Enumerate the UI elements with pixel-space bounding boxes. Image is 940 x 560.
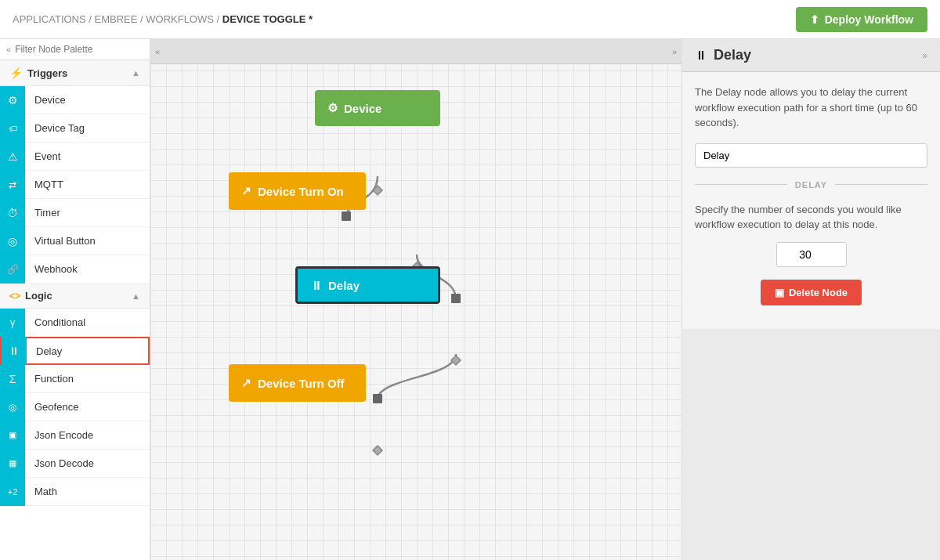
logic-icon: <>: [9, 291, 20, 302]
delay-name-input[interactable]: [695, 143, 927, 168]
json-decode-icon: ▦: [0, 450, 25, 478]
sidebar-item-function[interactable]: Σ Function: [0, 365, 150, 393]
mqtt-icon: ⇄: [0, 171, 25, 199]
filter-node-input[interactable]: [15, 44, 143, 55]
logic-section-header[interactable]: <> Logic ▲: [0, 284, 150, 309]
math-icon: +2: [0, 478, 25, 506]
turn-on-node[interactable]: ↗ Device Turn On: [229, 172, 366, 210]
delay-node[interactable]: ⏸ Delay: [295, 266, 440, 304]
right-panel-collapse-btn[interactable]: »: [922, 50, 927, 61]
triggers-icon: ⚡: [9, 67, 23, 79]
turn-on-icon: ↗: [241, 184, 251, 198]
timer-icon: ⏱: [0, 199, 25, 227]
device-trigger-icon: ⚙: [0, 86, 25, 114]
app-header: APPLICATIONS / EMBREE / WORKFLOWS / DEVI…: [0, 0, 940, 39]
sidebar-item-conditional[interactable]: γ Conditional: [0, 309, 150, 337]
sidebar-filter-bar: «: [0, 39, 150, 60]
sidebar-item-webhook[interactable]: 🔗 Webhook: [0, 255, 150, 284]
sidebar-item-delay[interactable]: ⏸ Delay: [0, 337, 150, 365]
canvas-toolbar: « »: [150, 39, 682, 64]
turn-off-icon: ↗: [241, 376, 251, 390]
device-node[interactable]: ⚙ Device: [315, 90, 440, 126]
device-node-icon: ⚙: [327, 101, 338, 115]
logic-label: Logic: [25, 290, 52, 302]
sidebar-item-event[interactable]: ⚠ Event: [0, 143, 150, 171]
delay-divider: DELAY: [695, 180, 927, 190]
conditional-icon: γ: [0, 309, 25, 337]
upload-icon: ⬆: [810, 13, 819, 26]
right-panel-bottom-area: [682, 329, 940, 561]
sidebar-item-device[interactable]: ⚙ Device: [0, 86, 150, 114]
triggers-chevron-icon: ▲: [132, 68, 140, 78]
sidebar-item-mqtt[interactable]: ⇄ MQTT: [0, 171, 150, 199]
sidebar: « ⚡ Triggers ▲ ⚙ Device 🏷 Device Tag ⚠ E…: [0, 39, 150, 560]
right-panel-title: Delay: [714, 47, 751, 63]
sidebar-item-timer[interactable]: ⏱ Timer: [0, 199, 150, 227]
json-encode-icon: ▣: [0, 421, 25, 450]
device-tag-icon: 🏷: [0, 114, 25, 143]
sidebar-collapse-left[interactable]: «: [6, 45, 11, 54]
deploy-workflow-button[interactable]: ⬆ Deploy Workflow: [796, 7, 927, 32]
canvas-left-collapse[interactable]: «: [155, 47, 160, 56]
delay-seconds-input[interactable]: [776, 242, 847, 267]
sidebar-item-device-tag[interactable]: 🏷 Device Tag: [0, 114, 150, 143]
right-panel-pause-icon: ⏸: [695, 49, 707, 63]
sidebar-item-math[interactable]: +2 Math: [0, 478, 150, 506]
workflow-canvas[interactable]: « » ⚙: [150, 39, 682, 560]
delete-node-button[interactable]: ▣ Delete Node: [761, 280, 862, 305]
function-icon: Σ: [0, 365, 25, 393]
triggers-label: Triggers: [27, 67, 67, 79]
event-icon: ⚠: [0, 143, 25, 171]
sidebar-item-json-decode[interactable]: ▦ Json Decode: [0, 450, 150, 478]
delay-section-description: Specify the number of seconds you would …: [695, 202, 927, 233]
virtual-button-icon: ◎: [0, 227, 25, 255]
breadcrumb: APPLICATIONS / EMBREE / WORKFLOWS / DEVI…: [13, 13, 313, 25]
right-panel-header: ⏸ Delay »: [682, 39, 940, 72]
triggers-section-header[interactable]: ⚡ Triggers ▲: [0, 60, 150, 86]
sidebar-item-json-encode[interactable]: ▣ Json Encode: [0, 421, 150, 450]
sidebar-item-virtual-button[interactable]: ◎ Virtual Button: [0, 227, 150, 255]
delay-node-icon: ⏸: [310, 279, 322, 292]
turn-off-node[interactable]: ↗ Device Turn Off: [229, 364, 366, 402]
name-input-group: [695, 143, 927, 168]
main-layout: « ⚡ Triggers ▲ ⚙ Device 🏷 Device Tag ⚠ E…: [0, 39, 940, 560]
right-panel: ⏸ Delay » The Delay node allows you to d…: [682, 39, 940, 560]
delay-icon: ⏸: [2, 337, 27, 365]
sidebar-item-geofence[interactable]: ◎ Geofence: [0, 393, 150, 421]
geofence-icon: ◎: [0, 393, 25, 421]
right-panel-description: The Delay node allows you to delay the c…: [695, 85, 927, 131]
canvas-right-collapse[interactable]: »: [672, 47, 677, 56]
delete-icon: ▣: [775, 287, 784, 298]
right-panel-body: The Delay node allows you to delay the c…: [682, 72, 940, 329]
logic-chevron-icon: ▲: [132, 291, 140, 301]
webhook-icon: 🔗: [0, 255, 25, 284]
